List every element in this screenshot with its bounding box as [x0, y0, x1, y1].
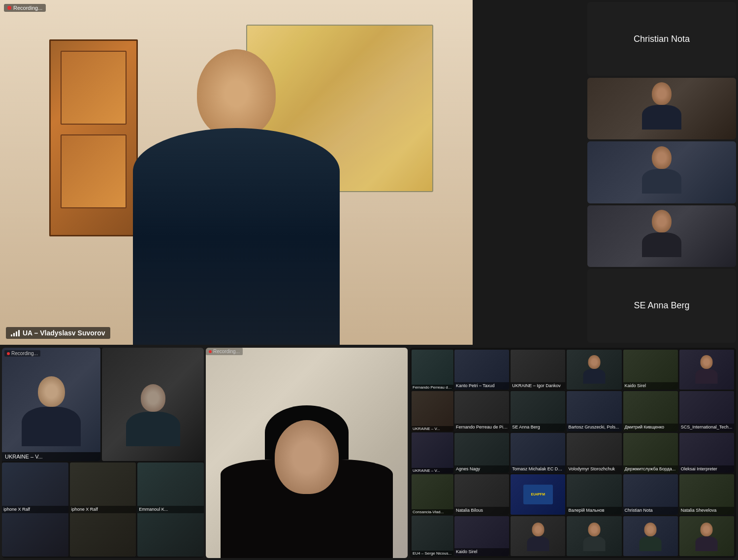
signal-bars-icon: [11, 329, 20, 336]
br-small-thumb-3[interactable]: UKRAINE – V...: [412, 432, 453, 473]
br-cell-anna-berg-label: SE Anna Berg: [511, 424, 565, 431]
br-silhouette-r5-5: [696, 523, 718, 551]
main-video-tile: Recording... UA – Vladyslasv Suvorov: [0, 0, 473, 345]
br-cell-igor-dankov-label: UKRAINE – Igor Dankov: [511, 382, 565, 390]
br-cell-fernando[interactable]: Fernando Perreau de Pin...: [454, 391, 509, 431]
br-cell-dmitriy-label: Дмитрий Кивщенко: [623, 424, 678, 431]
br-cell-kanto-petri-label: Kanto Petri – Taxud: [454, 382, 509, 390]
br-cell-natalia-bilous-label: Natalia Bilous: [454, 507, 509, 515]
br-cell-kaido-sirel-2[interactable]: Kaido Sirel: [454, 516, 509, 556]
br-small-4-label: Consancia-Vlad...: [412, 509, 453, 515]
br-cell-anna-berg[interactable]: SE Anna Berg: [511, 391, 565, 431]
rec-dot-icon: [7, 6, 11, 10]
mini-thumb-ukraine-v[interactable]: iphone X Ralf: [2, 462, 68, 557]
main-speaker-label: UA – Vladyslasv Suvorov: [6, 327, 110, 339]
br-cell-fernando-label: Fernando Perreau de Pin...: [454, 424, 509, 431]
br-silhouette-2: [696, 355, 718, 384]
br-cell-volodymyr-label: Volodymyr Storozhchuk: [567, 465, 621, 473]
br-silhouette-r5-3: [583, 523, 605, 551]
participant-tile-3[interactable]: [587, 205, 736, 267]
br-cell-scs[interactable]: SCS_International_Tech...: [679, 391, 734, 431]
br-participant-grid: Kanto Petri – Taxud UKRAINE – Igor Danko…: [454, 350, 734, 556]
bottom-right-panel: Fernando Perreau de Pin... UKRAINE – V..…: [410, 348, 736, 558]
mini-thumb-iphone[interactable]: iphone X Ralf: [70, 462, 136, 557]
participant-tile-se-anna-berg[interactable]: SE Anna Berg: [587, 269, 736, 343]
rec-dot-1-icon: [7, 352, 10, 355]
rec-tag-1: Recording...: [4, 350, 40, 357]
participant-main-2-silhouette: [126, 384, 180, 446]
br-cell-christian-nota-label: Christian Nota: [623, 507, 678, 515]
br-cell-volodymyr[interactable]: Volodymyr Storozhchuk: [567, 433, 621, 473]
br-small-thumb-1[interactable]: Fernando Perreau de Pin...: [412, 350, 453, 390]
br-cell-tomasz[interactable]: Tomasz Michalak EC DO...: [511, 433, 565, 473]
br-cell-agnes-label: Agnes Nagy: [454, 465, 509, 473]
br-cell-eu4pfm[interactable]: EU4PFM: [511, 474, 565, 514]
br-silhouette-r5-4: [640, 523, 662, 551]
br-small-3-label: UKRAINE – V...: [412, 468, 453, 473]
br-cell-derzh[interactable]: Держмитслужба Борда...: [623, 433, 678, 473]
right-panel: Christian Nota SE Anna Berg: [585, 0, 738, 345]
br-cell-valeriy[interactable]: Валерій Мальнов: [567, 474, 621, 514]
participant-1-name-bar: UKRAINE – V...: [2, 452, 100, 461]
participant-tile-christian-nota[interactable]: Christian Nota: [587, 2, 736, 76]
main-speaker-figure: [98, 30, 374, 345]
bottom-center-video: Recording...: [206, 348, 408, 558]
rec-badge-bottom-center: Recording...: [206, 348, 243, 355]
br-cell-valeriy-label: Валерій Мальнов: [567, 507, 621, 515]
br-small-1-label: Fernando Perreau de Pin...: [412, 385, 453, 390]
br-cell-row5-4[interactable]: [623, 516, 678, 556]
rec-dot-center-icon: [209, 350, 212, 353]
br-cell-row5-5[interactable]: [679, 516, 734, 556]
br-cell-scs-label: SCS_International_Tech...: [679, 424, 734, 431]
mini-thumb-emmanoul[interactable]: Emmanoul K...: [137, 462, 204, 557]
br-cell-christian-nota[interactable]: Christian Nota: [623, 474, 678, 514]
bottom-participant-main-2[interactable]: [102, 348, 204, 461]
br-small-thumb-4[interactable]: Consancia-Vlad...: [412, 474, 453, 515]
br-cell-empty-1[interactable]: [567, 350, 621, 390]
bottom-strip: Recording... UKRAINE – V... iphone X Ral…: [0, 346, 738, 560]
br-silhouette-1: [583, 355, 605, 384]
se-anna-berg-label: SE Anna Berg: [626, 300, 697, 311]
br-cell-row5-2[interactable]: [511, 516, 565, 556]
participant-main-1-silhouette: [22, 376, 81, 446]
participant-silhouette-2: [642, 146, 681, 194]
participant-tile-1[interactable]: [587, 78, 736, 139]
bottom-center-panel[interactable]: Recording...: [206, 348, 408, 558]
bottom-participant-main-1[interactable]: Recording... UKRAINE – V...: [2, 348, 100, 461]
br-small-5-label: EU4 – Serge Nicous...: [412, 551, 453, 556]
br-cell-kaido-sirel[interactable]: Kaido Sirel: [623, 350, 678, 390]
br-cell-dmitriy[interactable]: Дмитрий Кивщенко: [623, 391, 678, 431]
br-cell-tomasz-label: Tomasz Michalak EC DO...: [511, 465, 565, 473]
br-cell-kaido-sirel-2-label: Kaido Sirel: [454, 548, 509, 556]
br-cell-natalia-shevelova-label: Natalia Shevelova: [679, 507, 734, 515]
br-silhouette-r5-2: [527, 523, 549, 551]
mini-thumb-ukraine-v-label: iphone X Ralf: [2, 506, 68, 514]
bottom-left-top: Recording... UKRAINE – V...: [2, 348, 204, 461]
br-cell-kaido-sirel-label: Kaido Sirel: [623, 382, 678, 390]
br-cell-bartosz[interactable]: Bartosz Gruszecki, Pols...: [567, 391, 621, 431]
br-cell-row5-3[interactable]: [567, 516, 621, 556]
br-cell-kanto-petri[interactable]: Kanto Petri – Taxud: [454, 350, 509, 390]
participant-silhouette-3: [642, 210, 681, 257]
br-cell-natalia-shevelova[interactable]: Natalia Shevelova: [679, 474, 734, 514]
christian-nota-label: Christian Nota: [626, 34, 698, 44]
bottom-left-bottom: iphone X Ralf iphone X Ralf Emmanoul K..…: [2, 461, 204, 558]
br-cell-empty-2[interactable]: [679, 350, 734, 390]
mini-thumb-iphone-label: iphone X Ralf: [70, 506, 136, 514]
bottom-left-panel: Recording... UKRAINE – V... iphone X Ral…: [2, 348, 204, 558]
participant-silhouette-1: [642, 82, 681, 130]
br-small-thumb-2[interactable]: UKRAINE – V...: [412, 391, 453, 431]
br-small-2-label: UKRAINE – V...: [412, 426, 453, 431]
mini-thumb-emmanoul-label: Emmanoul K...: [137, 506, 204, 514]
br-cell-oleksai-label: Oleksai Interpreter: [679, 465, 734, 473]
br-cell-igor-dankov[interactable]: UKRAINE – Igor Dankov: [511, 350, 565, 390]
eu4pfm-logo: EU4PFM: [523, 485, 553, 504]
br-small-thumb-5[interactable]: EU4 – Serge Nicous...: [412, 516, 453, 556]
br-cell-natalia-bilous[interactable]: Natalia Bilous: [454, 474, 509, 514]
br-cell-agnes[interactable]: Agnes Nagy: [454, 433, 509, 473]
participant-tile-2[interactable]: [587, 141, 736, 203]
br-cell-bartosz-label: Bartosz Gruszecki, Pols...: [567, 424, 621, 431]
br-small-column: Fernando Perreau de Pin... UKRAINE – V..…: [412, 350, 453, 556]
recording-badge: Recording...: [4, 4, 46, 12]
br-cell-oleksai[interactable]: Oleksai Interpreter: [679, 433, 734, 473]
